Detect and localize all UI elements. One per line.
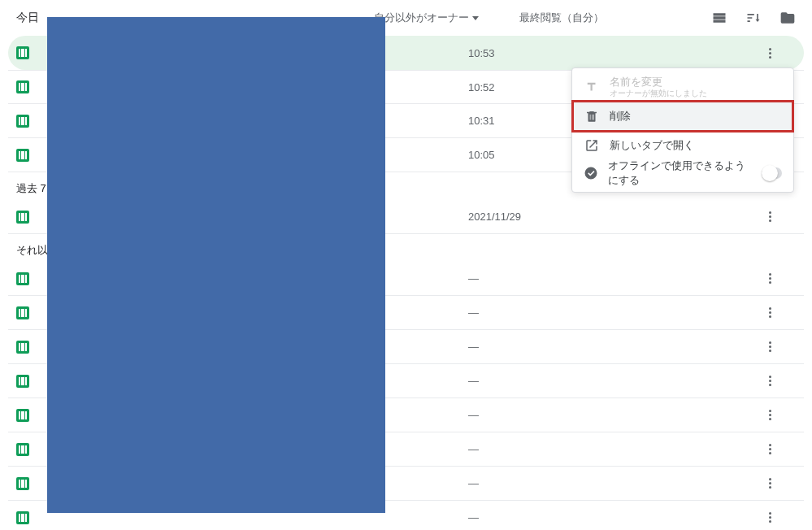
sheets-icon <box>16 341 29 354</box>
menu-open-new-tab-label: 新しいタブで開く <box>610 138 694 153</box>
offline-toggle[interactable] <box>762 167 782 179</box>
more-actions-icon[interactable] <box>763 272 776 285</box>
sort-label: 最終閲覧（自分） <box>519 11 604 25</box>
menu-delete[interactable]: 削除 <box>572 101 793 132</box>
trash-icon <box>584 108 600 124</box>
sheets-icon <box>16 409 29 422</box>
menu-offline-label: オフラインで使用できるようにする <box>608 159 752 188</box>
sheets-icon <box>16 272 29 285</box>
more-actions-icon[interactable] <box>763 477 776 490</box>
grid-view-icon[interactable] <box>711 10 727 26</box>
file-time: — <box>468 511 614 523</box>
sheets-icon <box>16 511 29 524</box>
sheets-icon <box>16 443 29 456</box>
more-actions-icon[interactable] <box>763 211 776 224</box>
folder-icon[interactable] <box>779 10 796 26</box>
file-time: — <box>468 272 614 285</box>
more-actions-icon[interactable] <box>763 409 776 422</box>
file-time: — <box>468 341 614 353</box>
sheets-icon <box>16 80 29 93</box>
open-new-tab-icon <box>584 137 600 154</box>
more-actions-icon[interactable] <box>763 341 776 354</box>
menu-offline[interactable]: オフラインで使用できるようにする <box>572 159 793 187</box>
sheets-icon <box>16 115 29 128</box>
file-time: 10:53 <box>468 47 614 59</box>
owner-filter[interactable]: 自分以外がオーナー <box>374 11 479 25</box>
file-time: — <box>468 409 614 421</box>
offline-icon <box>584 165 598 181</box>
file-time: — <box>468 477 614 489</box>
more-actions-icon[interactable] <box>763 46 776 59</box>
more-actions-icon[interactable] <box>763 443 776 456</box>
menu-open-new-tab[interactable]: 新しいタブで開く <box>572 132 793 159</box>
more-actions-icon[interactable] <box>763 511 776 524</box>
more-actions-icon[interactable] <box>763 306 776 319</box>
more-actions-icon[interactable] <box>763 375 776 388</box>
sheets-icon <box>16 375 29 388</box>
context-menu: 名前を変更 オーナーが無効にしました 削除 新しいタブで開く オフラインで使用で… <box>571 67 794 193</box>
rename-icon <box>584 79 600 95</box>
redaction-mask <box>47 17 385 513</box>
sheets-icon <box>16 149 29 162</box>
sheets-icon <box>16 477 29 490</box>
file-time: 2021/11/29 <box>468 211 614 223</box>
menu-rename: 名前を変更 オーナーが無効にしました <box>572 73 793 101</box>
sheets-icon <box>16 46 29 59</box>
menu-rename-note: オーナーが無効にしました <box>610 89 707 98</box>
menu-rename-label: 名前を変更 <box>610 76 707 89</box>
file-time: — <box>468 443 614 455</box>
sort-icon[interactable] <box>745 10 762 26</box>
menu-delete-label: 削除 <box>610 109 631 124</box>
file-time: — <box>468 375 614 387</box>
sheets-icon <box>16 306 29 319</box>
file-time: — <box>468 306 614 319</box>
sheets-icon <box>16 211 29 224</box>
owner-filter-label: 自分以外がオーナー <box>374 11 469 25</box>
caret-down-icon <box>472 16 479 20</box>
